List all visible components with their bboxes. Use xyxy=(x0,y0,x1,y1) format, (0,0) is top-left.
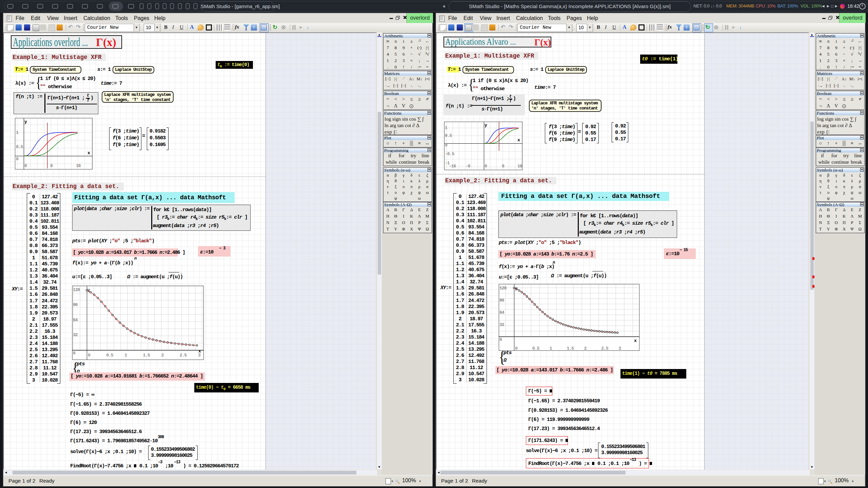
svg-text:y: y xyxy=(485,123,487,128)
svg-text:0.5: 0.5 xyxy=(16,144,23,149)
svg-text:3: 3 xyxy=(618,346,621,351)
svg-text:64: 64 xyxy=(73,318,78,323)
svg-text:0: 0 xyxy=(445,143,448,148)
svg-text:y: y xyxy=(24,119,27,124)
svg-text:0: 0 xyxy=(73,351,76,356)
svg-text:16: 16 xyxy=(76,163,81,168)
svg-text:16: 16 xyxy=(517,164,522,169)
svg-text:1.5: 1.5 xyxy=(567,346,574,351)
svg-text:0: 0 xyxy=(88,353,91,358)
svg-text:0: 0 xyxy=(24,163,27,168)
svg-text:0.5: 0.5 xyxy=(445,133,452,138)
svg-text:0: 0 xyxy=(499,337,502,342)
svg-text:0: 0 xyxy=(16,157,19,162)
svg-text:y: y xyxy=(515,286,517,291)
svg-text:y: y xyxy=(87,287,90,292)
svg-text:2: 2 xyxy=(584,346,587,351)
svg-text:x: x xyxy=(517,138,520,143)
svg-text:0.5: 0.5 xyxy=(532,346,540,351)
svg-text:96: 96 xyxy=(499,298,505,303)
svg-text:96: 96 xyxy=(73,302,78,307)
svg-text:1: 1 xyxy=(16,130,19,135)
svg-text:64: 64 xyxy=(499,310,505,315)
svg-text:1.5: 1.5 xyxy=(143,353,150,358)
svg-text:1: 1 xyxy=(124,353,127,358)
svg-text:128: 128 xyxy=(73,287,80,292)
svg-text:8: 8 xyxy=(502,164,505,169)
svg-text:1: 1 xyxy=(550,346,552,351)
svg-text:2: 2 xyxy=(161,353,164,358)
svg-text:1: 1 xyxy=(445,125,448,130)
svg-text:128: 128 xyxy=(499,286,507,291)
svg-text:8: 8 xyxy=(50,163,53,168)
svg-text:x: x xyxy=(198,349,201,354)
svg-text:-0.5: -0.5 xyxy=(445,151,454,157)
svg-text:0: 0 xyxy=(485,164,487,169)
svg-text:2.5: 2.5 xyxy=(601,346,609,351)
svg-text:-16: -16 xyxy=(449,164,456,169)
svg-text:-8: -8 xyxy=(466,164,471,169)
svg-text:32: 32 xyxy=(73,332,78,338)
svg-text:0.5: 0.5 xyxy=(106,353,114,358)
svg-text:0: 0 xyxy=(515,346,518,351)
svg-text:2.5: 2.5 xyxy=(180,353,187,358)
svg-text:x: x xyxy=(634,338,637,343)
svg-text:x: x xyxy=(87,150,90,156)
svg-text:32: 32 xyxy=(499,322,505,327)
